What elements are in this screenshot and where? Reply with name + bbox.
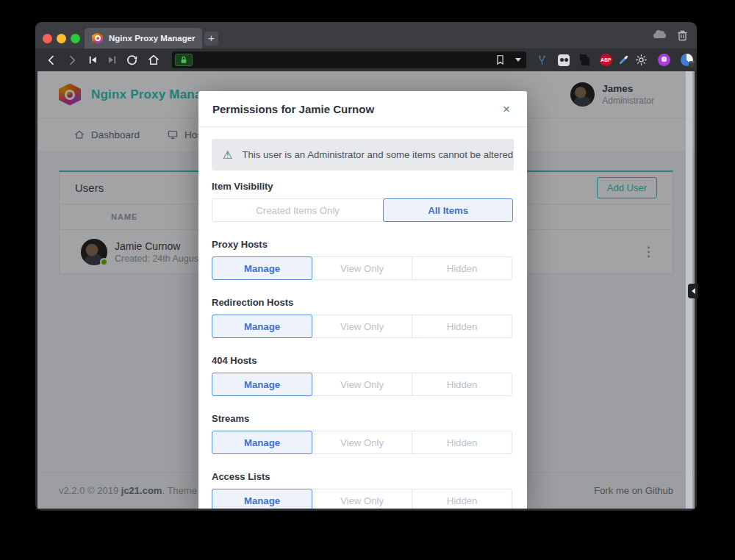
home-icon[interactable] xyxy=(143,54,165,66)
browser-toolbar: ABP xyxy=(35,49,697,71)
option-hidden[interactable]: Hidden xyxy=(412,373,512,396)
chevron-left-icon xyxy=(692,288,695,294)
section-label: Proxy Hosts xyxy=(212,238,514,251)
settings-flower-icon[interactable] xyxy=(635,54,648,66)
option-manage[interactable]: Manage xyxy=(212,315,312,338)
rewind-icon[interactable] xyxy=(83,55,102,65)
panel-toggle-arrow[interactable] xyxy=(688,284,698,298)
cloud-icon[interactable] xyxy=(653,33,666,38)
section-label: Redirection Hosts xyxy=(212,296,514,309)
purple-extension-icon[interactable] xyxy=(658,54,670,66)
reload-icon[interactable] xyxy=(121,54,143,66)
close-window-button[interactable] xyxy=(43,34,52,43)
permissions-modal: Permissions for Jamie Curnow × ⚠ This us… xyxy=(198,91,527,509)
fast-forward-icon[interactable] xyxy=(102,55,121,65)
option-view-only[interactable]: View Only xyxy=(312,256,412,280)
permission-section-redirection-hosts: Redirection Hosts Manage View Only Hidde… xyxy=(212,296,514,338)
traffic-lights xyxy=(43,34,80,43)
minimize-window-button[interactable] xyxy=(57,34,66,43)
warning-icon: ⚠ xyxy=(223,148,232,162)
containers-icon[interactable] xyxy=(558,54,570,66)
admin-warning: ⚠ This user is an Administrator and some… xyxy=(212,139,514,170)
trash-icon[interactable] xyxy=(677,29,688,41)
option-hidden[interactable]: Hidden xyxy=(412,315,512,338)
item-visibility-group: Created Items Only All Items xyxy=(212,198,514,222)
option-all-items[interactable]: All Items xyxy=(383,198,513,222)
permission-section-404-hosts: 404 Hosts Manage View Only Hidden xyxy=(212,354,514,396)
section-label: Streams xyxy=(212,412,514,425)
browser-tab[interactable]: Nginx Proxy Manager xyxy=(85,28,202,49)
option-view-only[interactable]: View Only xyxy=(312,431,412,454)
bookmark-icon[interactable] xyxy=(495,54,505,65)
lock-icon[interactable] xyxy=(175,54,193,66)
browser-titlebar: Nginx Proxy Manager + xyxy=(35,22,697,49)
option-view-only[interactable]: View Only xyxy=(312,489,412,509)
option-manage[interactable]: Manage xyxy=(212,489,312,509)
modal-title: Permissions for Jamie Curnow xyxy=(212,103,374,115)
section-label: 404 Hosts xyxy=(212,354,514,367)
abp-icon[interactable]: ABP xyxy=(600,54,612,66)
permission-section-streams: Streams Manage View Only Hidden xyxy=(212,412,514,454)
close-icon[interactable]: × xyxy=(500,101,513,117)
item-visibility-label: Item Visibility xyxy=(212,180,514,193)
fork-icon[interactable] xyxy=(537,54,548,66)
new-tab-button[interactable]: + xyxy=(204,32,218,46)
permission-section-access-lists: Access Lists Manage View Only Hidden xyxy=(212,470,514,509)
option-manage[interactable]: Manage xyxy=(212,431,312,454)
back-icon[interactable] xyxy=(42,54,61,66)
color-picker-icon[interactable] xyxy=(623,54,625,65)
tab-title: Nginx Proxy Manager xyxy=(109,34,196,43)
option-hidden[interactable]: Hidden xyxy=(412,489,512,509)
option-manage[interactable]: Manage xyxy=(212,256,312,280)
option-created-items-only[interactable]: Created Items Only xyxy=(212,198,384,222)
address-bar[interactable] xyxy=(172,51,526,68)
gnome-foot-icon[interactable] xyxy=(580,54,589,65)
browser-window: Nginx Proxy Manager + xyxy=(35,22,697,511)
tab-favicon xyxy=(92,33,103,44)
option-view-only[interactable]: View Only xyxy=(312,315,412,338)
section-label: Access Lists xyxy=(212,470,514,483)
option-manage[interactable]: Manage xyxy=(212,373,312,396)
warning-text: This user is an Administrator and some i… xyxy=(242,149,513,160)
option-view-only[interactable]: View Only xyxy=(312,373,412,396)
forward-icon[interactable] xyxy=(61,54,83,66)
chevron-down-icon[interactable] xyxy=(515,58,521,62)
option-hidden[interactable]: Hidden xyxy=(412,256,512,280)
privacy-pie-icon[interactable] xyxy=(681,54,693,66)
permission-section-proxy-hosts: Proxy Hosts Manage View Only Hidden xyxy=(212,238,514,280)
page-viewport: Nginx Proxy Manager James Administrator … xyxy=(37,71,695,509)
maximize-window-button[interactable] xyxy=(71,34,80,43)
option-hidden[interactable]: Hidden xyxy=(412,431,512,454)
